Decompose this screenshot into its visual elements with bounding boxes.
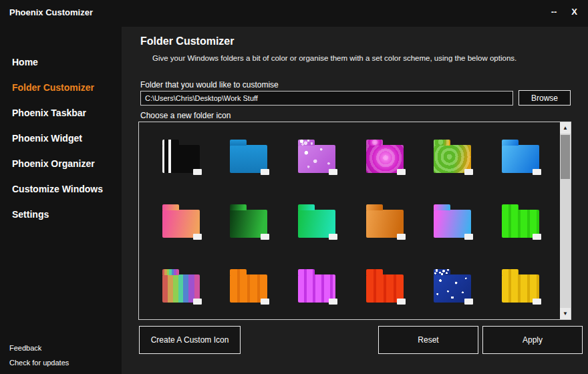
folder-icon-magenta-cyan-gradient[interactable] <box>434 210 471 238</box>
sidebar-item-phoenix-taskbar[interactable]: Phoenix Taskbar <box>0 100 122 126</box>
main-content: Folder Customizer Give your Windows fold… <box>122 27 588 374</box>
folder-icon-cell <box>419 124 487 188</box>
folder-icon-cell <box>486 253 555 318</box>
folder-icon-magenta-swirl[interactable] <box>366 145 404 173</box>
browse-button[interactable]: Browse <box>519 90 571 106</box>
folder-icon-grid <box>147 124 555 318</box>
folder-icon-gold[interactable] <box>502 274 539 303</box>
app-title: Phoenix Customizer <box>9 7 93 17</box>
sidebar-item-home[interactable]: Home <box>0 49 122 75</box>
sidebar-item-customize-windows[interactable]: Customize Windows <box>0 176 122 202</box>
scrollbar[interactable]: ▲ ▼ <box>560 122 571 319</box>
folder-icon-black-white-stripes[interactable] <box>162 145 200 173</box>
folder-icon-cell <box>419 253 487 318</box>
sidebar-nav: Home Folder Customizer Phoenix Taskbar P… <box>0 27 122 227</box>
folder-icon-orange-shaded[interactable] <box>366 210 404 238</box>
scrollbar-thumb[interactable] <box>561 135 570 179</box>
page-description: Give your Windows folders a bit of color… <box>152 54 572 62</box>
window-controls: -- X <box>550 7 579 17</box>
folder-icon-cell <box>283 253 351 318</box>
folder-icon-cell <box>283 124 351 188</box>
folder-icon-bright-green[interactable] <box>502 210 539 238</box>
folder-icon-cell <box>215 188 283 253</box>
folder-icon-purple-sparkles[interactable] <box>298 145 335 173</box>
folder-icon-panel: ▲ ▼ <box>138 122 571 320</box>
close-icon[interactable]: X <box>570 7 579 17</box>
sidebar: Home Folder Customizer Phoenix Taskbar P… <box>0 27 122 374</box>
folder-icon-cell <box>419 188 487 253</box>
apply-button[interactable]: Apply <box>482 326 583 354</box>
scroll-up-icon[interactable]: ▲ <box>560 122 571 134</box>
feedback-link[interactable]: Feedback <box>0 341 122 355</box>
folder-icon-green-orange-swirl[interactable] <box>434 145 471 173</box>
folder-icon-cell <box>351 124 419 188</box>
folder-path-input[interactable] <box>140 91 513 106</box>
folder-icon-blue[interactable] <box>230 145 267 173</box>
folder-icon-violet-stripes[interactable] <box>298 274 335 303</box>
folder-icon-red[interactable] <box>366 274 404 303</box>
folder-icon-rainbow-stripes[interactable] <box>162 274 200 303</box>
folder-icon-cell <box>486 188 555 253</box>
folder-icon-green-cyan-gradient[interactable] <box>298 210 335 238</box>
folder-icon-cell <box>351 253 419 318</box>
folder-icon-orange[interactable] <box>230 274 267 303</box>
page-title: Folder Customizer <box>140 35 234 47</box>
sidebar-item-phoenix-widget[interactable]: Phoenix Widget <box>0 126 122 151</box>
scroll-down-icon[interactable]: ▼ <box>560 308 571 319</box>
folder-icon-cell <box>351 188 419 253</box>
folder-icon-blue-gradient[interactable] <box>502 145 539 173</box>
folder-icon-cell <box>147 124 215 188</box>
sidebar-footer: Feedback Check for updates <box>0 341 122 370</box>
folder-icon-cell <box>283 188 351 253</box>
folder-icon-dark-green-gradient[interactable] <box>230 210 267 238</box>
title-bar: Phoenix Customizer -- X <box>0 0 588 27</box>
folder-path-label: Folder that you would like to customise <box>140 80 279 89</box>
folder-icon-cell <box>147 188 215 253</box>
check-for-updates-link[interactable]: Check for updates <box>0 355 122 370</box>
folder-path-row: Browse <box>140 90 571 106</box>
create-custom-icon-button[interactable]: Create A Custom Icon <box>139 326 241 354</box>
folder-icon-pink-orange[interactable] <box>162 210 200 238</box>
folder-icon-cell <box>215 253 283 318</box>
sidebar-item-settings[interactable]: Settings <box>0 202 122 227</box>
folder-icon-cell <box>147 253 215 318</box>
reset-button[interactable]: Reset <box>378 326 478 354</box>
folder-icon-cell <box>215 124 283 188</box>
folder-icon-starry-night[interactable] <box>434 274 471 303</box>
sidebar-item-phoenix-organizer[interactable]: Phoenix Organizer <box>0 151 122 176</box>
minimize-icon[interactable]: -- <box>550 7 559 17</box>
icon-picker-label: Choose a new folder icon <box>140 111 231 120</box>
sidebar-item-folder-customizer[interactable]: Folder Customizer <box>0 75 122 100</box>
folder-icon-cell <box>486 124 555 188</box>
